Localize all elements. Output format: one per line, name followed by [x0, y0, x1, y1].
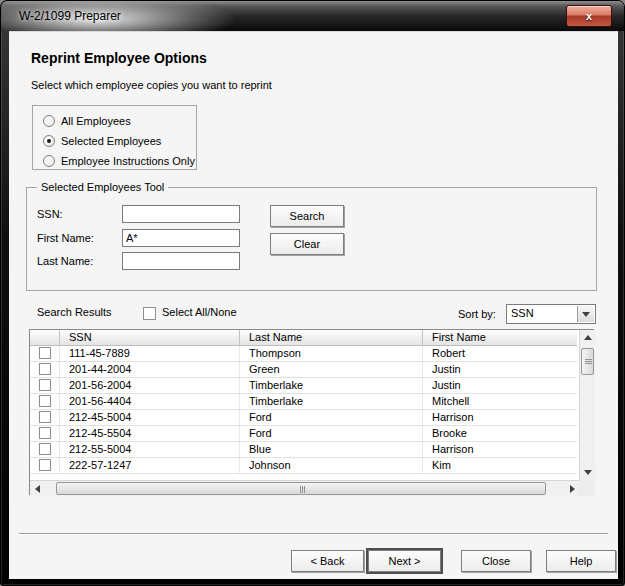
horizontal-scrollbar-thumb[interactable] [56, 482, 546, 495]
radio-icon[interactable] [43, 155, 55, 167]
cell-last-name: Ford [240, 426, 423, 441]
select-all-checkbox[interactable] [143, 307, 156, 320]
table-row[interactable]: 201-44-2004 Green Justin [30, 362, 577, 378]
group-title: Selected Employees Tool [37, 181, 168, 193]
close-button[interactable]: x [566, 5, 612, 27]
row-checkbox[interactable] [39, 395, 51, 407]
cell-last-name: Green [240, 362, 423, 377]
cell-ssn: 201-56-2004 [60, 378, 240, 393]
close-icon: x [586, 10, 592, 22]
header-first-name[interactable]: First Name [423, 330, 577, 346]
scroll-left-button[interactable] [30, 481, 45, 496]
radio-employee-instructions-only[interactable]: Employee Instructions Only [43, 154, 195, 168]
ssn-input[interactable] [122, 205, 240, 223]
dropdown-button[interactable] [577, 306, 594, 322]
scroll-right-button[interactable] [564, 481, 579, 496]
table-row[interactable]: 212-45-5504 Ford Brooke [30, 426, 577, 442]
help-button[interactable]: Help [546, 550, 616, 572]
first-name-input[interactable] [122, 229, 240, 247]
chevron-down-icon [582, 312, 590, 317]
cell-checkbox [30, 410, 60, 425]
table-row[interactable]: 201-56-2004 Timberlake Justin [30, 378, 577, 394]
scroll-up-icon [584, 335, 592, 340]
scrollbar-corner [579, 480, 595, 496]
header-checkbox-column[interactable] [30, 330, 60, 346]
table-body: 111-45-7889 Thompson Robert 201-44-2004 … [30, 346, 577, 474]
sort-by-dropdown[interactable]: SSN [506, 304, 596, 324]
cell-first-name: Brooke [423, 426, 577, 441]
cell-first-name: Robert [423, 346, 577, 361]
cell-last-name: Ford [240, 410, 423, 425]
row-checkbox[interactable] [39, 363, 51, 375]
close-dialog-button[interactable]: Close [461, 550, 531, 572]
search-button[interactable]: Search [270, 205, 344, 227]
scroll-down-button[interactable] [580, 464, 596, 480]
last-name-input[interactable] [122, 252, 240, 270]
search-results-table: SSN Last Name First Name 111-45-7889 Tho… [29, 329, 594, 495]
table-row[interactable]: 201-56-4404 Timberlake Mitchell [30, 394, 577, 410]
cell-ssn: 222-57-1247 [60, 458, 240, 473]
cell-ssn: 111-45-7889 [60, 346, 240, 361]
table-header: SSN Last Name First Name [30, 330, 577, 346]
row-checkbox[interactable] [39, 379, 51, 391]
dialog-window: W-2/1099 Preparer x Reprint Employee Opt… [0, 0, 625, 586]
cell-ssn: 212-55-5004 [60, 442, 240, 457]
clear-button[interactable]: Clear [270, 233, 344, 255]
cell-first-name: Kim [423, 458, 577, 473]
radio-selected-employees[interactable]: Selected Employees [43, 134, 161, 148]
ssn-label: SSN: [37, 208, 63, 220]
cell-first-name: Harrison [423, 442, 577, 457]
header-ssn[interactable]: SSN [60, 330, 240, 346]
grip-icon [585, 359, 592, 360]
row-checkbox[interactable] [39, 443, 51, 455]
row-checkbox[interactable] [39, 459, 51, 471]
cell-ssn: 201-44-2004 [60, 362, 240, 377]
selected-employees-tool-group: Selected Employees Tool SSN: First Name:… [26, 187, 597, 291]
radio-all-employees[interactable]: All Employees [43, 114, 131, 128]
cell-first-name: Harrison [423, 410, 577, 425]
back-button[interactable]: < Back [291, 550, 364, 572]
next-button[interactable]: Next > [368, 550, 441, 572]
table-row[interactable]: 222-57-1247 Johnson Kim [30, 458, 577, 474]
vertical-scrollbar[interactable] [579, 330, 595, 480]
cell-last-name: Thompson [240, 346, 423, 361]
radio-label: Employee Instructions Only [61, 155, 195, 167]
cell-checkbox [30, 346, 60, 361]
row-checkbox[interactable] [39, 427, 51, 439]
window-title: W-2/1099 Preparer [19, 1, 121, 31]
cell-checkbox [30, 426, 60, 441]
cell-first-name: Justin [423, 362, 577, 377]
radio-label: All Employees [61, 115, 131, 127]
scroll-down-icon [584, 470, 592, 475]
last-name-label: Last Name: [37, 255, 93, 267]
select-all-label: Select All/None [162, 306, 237, 318]
cell-last-name: Timberlake [240, 394, 423, 409]
cell-checkbox [30, 378, 60, 393]
titlebar[interactable]: W-2/1099 Preparer x [1, 1, 625, 31]
radio-icon[interactable] [43, 115, 55, 127]
cell-first-name: Mitchell [423, 394, 577, 409]
cell-checkbox [30, 442, 60, 457]
table-row[interactable]: 212-45-5004 Ford Harrison [30, 410, 577, 426]
row-checkbox[interactable] [39, 411, 51, 423]
cell-first-name: Justin [423, 378, 577, 393]
row-checkbox[interactable] [39, 347, 51, 359]
cell-ssn: 201-56-4404 [60, 394, 240, 409]
dialog-content: Reprint Employee Options Select which em… [9, 31, 618, 579]
table-row[interactable]: 111-45-7889 Thompson Robert [30, 346, 577, 362]
vertical-scrollbar-thumb[interactable] [581, 348, 594, 375]
footer-divider [19, 533, 608, 535]
first-name-label: First Name: [37, 232, 94, 244]
scroll-up-button[interactable] [580, 330, 596, 346]
cell-checkbox [30, 394, 60, 409]
scroll-left-icon [35, 485, 40, 493]
cell-checkbox [30, 458, 60, 473]
header-last-name[interactable]: Last Name [240, 330, 423, 346]
table-row[interactable]: 212-55-5004 Blue Harrison [30, 442, 577, 458]
scroll-right-icon [570, 485, 575, 493]
grip-icon [300, 486, 301, 493]
cell-ssn: 212-45-5004 [60, 410, 240, 425]
cell-last-name: Blue [240, 442, 423, 457]
radio-selected-icon[interactable] [43, 135, 55, 147]
horizontal-scrollbar[interactable] [30, 480, 579, 496]
